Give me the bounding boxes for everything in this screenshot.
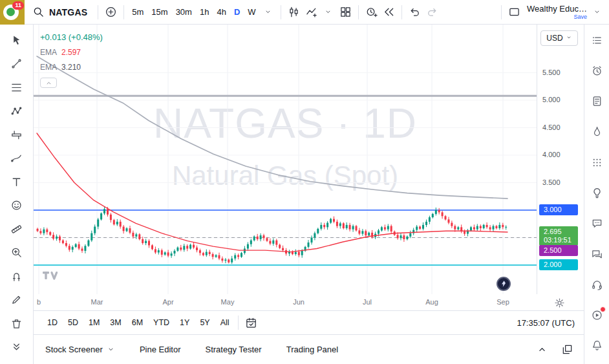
tradingview-app: 11 NATGAS 5m15m30m1h4hDW Wealthy Educ… S… bbox=[0, 0, 609, 364]
tool-brush[interactable] bbox=[6, 149, 28, 167]
timeframe-15m[interactable]: 15m bbox=[147, 3, 171, 21]
tool-text[interactable] bbox=[6, 173, 28, 191]
edit-icon bbox=[10, 294, 23, 306]
chart-canvas[interactable] bbox=[34, 25, 537, 294]
tab-label: Trading Panel bbox=[286, 345, 338, 354]
timeframe-menu-button[interactable] bbox=[260, 3, 277, 21]
tool-emoji[interactable] bbox=[6, 197, 28, 215]
range-All[interactable]: All bbox=[216, 314, 234, 331]
quick-order-button[interactable] bbox=[497, 277, 511, 291]
range-3M[interactable]: 3M bbox=[105, 314, 125, 331]
undo-icon bbox=[409, 6, 421, 18]
tab-label: Pine Editor bbox=[140, 345, 181, 354]
timeframe-5m[interactable]: 5m bbox=[128, 3, 147, 21]
panel-news[interactable] bbox=[586, 92, 608, 111]
panel-conversations[interactable] bbox=[586, 245, 608, 263]
tab-pine-editor[interactable]: Pine Editor bbox=[140, 345, 181, 354]
range-1D[interactable]: 1D bbox=[43, 314, 62, 331]
indicators-menu-button[interactable] bbox=[320, 3, 337, 21]
replay-icon bbox=[383, 6, 395, 18]
save-button[interactable]: Save bbox=[573, 14, 587, 20]
chart-type-button[interactable] bbox=[285, 3, 303, 21]
symbol-search-button[interactable]: NATGAS bbox=[25, 0, 94, 25]
panel-data-window[interactable] bbox=[586, 153, 608, 171]
chart-settings-button[interactable] bbox=[551, 295, 567, 310]
range-5D[interactable]: 5D bbox=[63, 314, 83, 331]
tool-position[interactable] bbox=[6, 125, 28, 144]
timeframe-1h[interactable]: 1h bbox=[196, 3, 213, 21]
price-tick: 4.500 bbox=[542, 123, 561, 131]
restore-icon bbox=[561, 343, 573, 356]
currency-toggle[interactable]: USD bbox=[540, 30, 578, 46]
tool-pattern[interactable] bbox=[6, 102, 28, 120]
list-icon bbox=[591, 34, 603, 47]
layout-manager-button[interactable] bbox=[506, 3, 523, 21]
tab-stock-screener[interactable]: Stock Screener bbox=[45, 345, 115, 354]
cursor-icon bbox=[10, 34, 23, 47]
panel-ideas[interactable] bbox=[586, 184, 608, 202]
legend-collapse-button[interactable] bbox=[40, 78, 57, 88]
tool-zoom[interactable] bbox=[6, 244, 28, 262]
bar-replay-button[interactable] bbox=[380, 3, 398, 21]
panel-notifications[interactable] bbox=[586, 337, 608, 355]
tool-chevrons-down[interactable] bbox=[6, 338, 28, 356]
timeframe-W[interactable]: W bbox=[244, 3, 259, 21]
layout-menu-button[interactable] bbox=[588, 3, 605, 21]
price-tag-value: 2.695 bbox=[544, 228, 578, 236]
redo-button[interactable] bbox=[423, 3, 441, 21]
bar-countdown: 03:19:51 bbox=[544, 236, 578, 244]
undo-button[interactable] bbox=[406, 3, 423, 21]
top-toolbar: 11 NATGAS 5m15m30m1h4hDW Wealthy Educ… S… bbox=[0, 0, 609, 25]
tool-trend-line[interactable] bbox=[6, 55, 28, 73]
chart-area[interactable]: NATGAS · 1D Natural Gas (Spot) +0.013 (+… bbox=[34, 25, 537, 294]
range-YTD[interactable]: YTD bbox=[149, 314, 174, 331]
panel-expand-button[interactable] bbox=[533, 341, 551, 359]
timeframe-30m[interactable]: 30m bbox=[172, 3, 196, 21]
panel-hotlists[interactable] bbox=[586, 123, 608, 141]
tradingview-logo[interactable] bbox=[43, 270, 59, 283]
tab-trading-panel[interactable]: Trading Panel bbox=[286, 345, 338, 354]
ema-slow-row[interactable]: EMA 3.210 bbox=[40, 63, 103, 72]
tab-label: Stock Screener bbox=[45, 345, 103, 354]
clock[interactable]: 17:35:07 (UTC) bbox=[517, 318, 575, 328]
timeframe-D[interactable]: D bbox=[230, 3, 244, 21]
tool-edit[interactable] bbox=[6, 291, 28, 309]
search-icon bbox=[32, 6, 45, 18]
tool-cursor[interactable] bbox=[6, 31, 28, 49]
toolbar-separator bbox=[238, 316, 239, 330]
panel-alerts[interactable] bbox=[586, 61, 608, 80]
range-5Y[interactable]: 5Y bbox=[195, 314, 214, 331]
alert-clock-icon bbox=[365, 6, 378, 18]
tool-fib[interactable] bbox=[6, 78, 28, 96]
panel-maximize-button[interactable] bbox=[559, 341, 576, 359]
indicator-value: 2.597 bbox=[61, 48, 81, 57]
add-symbol-button[interactable] bbox=[102, 3, 120, 21]
panel-watchlist[interactable] bbox=[586, 31, 608, 49]
timeframe-4h[interactable]: 4h bbox=[213, 3, 230, 21]
currency-label: USD bbox=[546, 34, 562, 43]
tool-trash[interactable] bbox=[6, 314, 28, 332]
layout-title-wrap[interactable]: Wealthy Educ… Save bbox=[527, 4, 587, 20]
tool-magnet[interactable] bbox=[6, 267, 28, 285]
tool-ruler[interactable] bbox=[6, 220, 28, 238]
app-logo[interactable]: 11 bbox=[0, 0, 25, 25]
goto-date-button[interactable] bbox=[242, 314, 260, 332]
range-1M[interactable]: 1M bbox=[84, 314, 104, 331]
time-axis[interactable]: bMarAprMayJunJulAugSep bbox=[34, 294, 584, 311]
panel-streams[interactable] bbox=[586, 306, 608, 325]
create-alert-button[interactable] bbox=[363, 3, 380, 21]
price-axis[interactable]: USD 5.5005.0004.5004.0003.5003.0002.6950… bbox=[537, 25, 584, 294]
chevron-down-icon bbox=[324, 8, 332, 16]
toolbar-separator bbox=[98, 5, 98, 19]
tab-strategy-tester[interactable]: Strategy Tester bbox=[205, 345, 261, 354]
range-1Y[interactable]: 1Y bbox=[175, 314, 194, 331]
toolbar-separator bbox=[281, 5, 281, 19]
panel-chat[interactable] bbox=[586, 215, 608, 233]
layout-grid-button[interactable] bbox=[337, 3, 354, 21]
panel-support[interactable] bbox=[586, 275, 608, 294]
toolbar-separator bbox=[123, 5, 124, 19]
indicators-button[interactable] bbox=[303, 3, 320, 21]
ema-fast-row[interactable]: EMA 2.597 bbox=[40, 48, 103, 57]
trash-icon bbox=[10, 317, 23, 330]
range-6M[interactable]: 6M bbox=[127, 314, 147, 331]
